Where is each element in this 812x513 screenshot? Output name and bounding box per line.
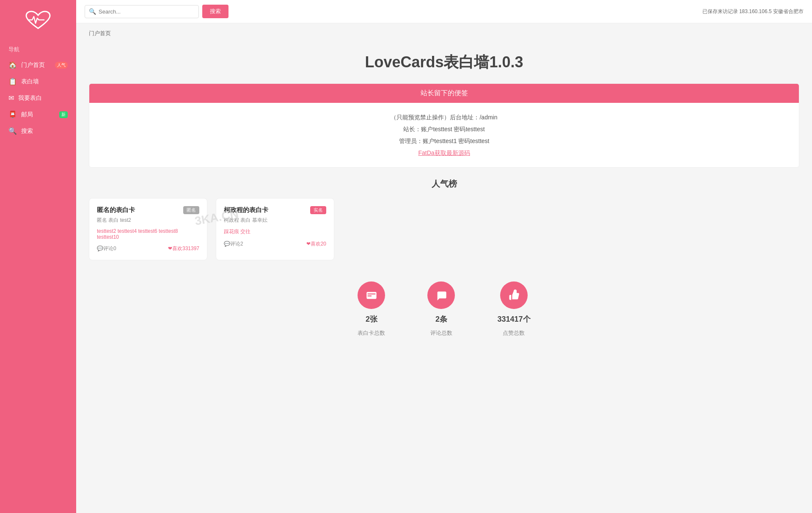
- wall-icon: 📋: [8, 77, 17, 86]
- sidebar-item-wall-label: 表白墙: [21, 78, 39, 86]
- card-1-tag: 匿名: [183, 206, 199, 214]
- topbar: 🔍 搜索 已保存来访记录 183.160.106.5 安徽省合肥市: [76, 0, 812, 23]
- card-1-subtitle: 匿名 表白 test2: [97, 217, 199, 224]
- stats-row: 2张 表白卡总数 2条 评论总数 331417个: [76, 273, 812, 354]
- sidebar: 导航 🏠 门户首页 人气 📋 表白墙 ✉ 我要表白 📮 邮局 新 🔍 搜索: [0, 0, 76, 513]
- notice-line1: （只能预览禁止操作）后台地址：/admin: [98, 111, 790, 123]
- stat-cards-icon: [358, 281, 385, 309]
- notice-line2: 站长：账户testtest 密码testtest: [98, 123, 790, 135]
- page-title: LoveCards表白墙1.0.3: [76, 52, 812, 73]
- card-1-comments: 💬评论0: [97, 245, 116, 252]
- popular-section-title: 人气榜: [76, 178, 812, 190]
- stat-likes: 331417个 点赞总数: [497, 281, 530, 337]
- sidebar-item-home-label: 门户首页: [21, 61, 45, 69]
- card-2[interactable]: 柯政程的表白卡 实名 柯政程 表白 慕幸妘 踩花痕 交往 💬评论2 ❤喜欢20: [216, 198, 334, 260]
- sidebar-logo: [23, 8, 53, 34]
- notice-banner: 站长留下的便签 （只能预览禁止操作）后台地址：/admin 站长：账户testt…: [89, 83, 799, 168]
- card-2-comments: 💬评论2: [224, 240, 243, 248]
- sidebar-item-home-badge: 人气: [55, 62, 68, 69]
- sidebar-item-search[interactable]: 🔍 搜索: [0, 123, 76, 139]
- home-icon: 🏠: [8, 61, 17, 69]
- sidebar-item-search-label: 搜索: [21, 127, 33, 135]
- search-icon: 🔍: [89, 8, 96, 15]
- card-1-title: 匿名的表白卡: [97, 206, 135, 214]
- sidebar-item-confess[interactable]: ✉ 我要表白: [0, 90, 76, 106]
- sidebar-item-confess-label: 我要表白: [18, 94, 42, 102]
- card-1-tags: testtest2 testtest4 testtest6 testtest8 …: [97, 228, 199, 240]
- stat-comments-label: 评论总数: [430, 329, 452, 337]
- sidebar-item-wall[interactable]: 📋 表白墙: [0, 73, 76, 90]
- search-input[interactable]: [85, 5, 199, 18]
- visit-info: 已保存来访记录 183.160.106.5 安徽省合肥市: [702, 8, 804, 15]
- sidebar-search-icon: 🔍: [8, 127, 17, 135]
- stat-cards-label: 表白卡总数: [358, 329, 385, 337]
- search-button[interactable]: 搜索: [202, 5, 228, 18]
- sidebar-item-home[interactable]: 🏠 门户首页 人气: [0, 57, 76, 73]
- card-2-title: 柯政程的表白卡: [224, 206, 268, 214]
- notice-body: （只能预览禁止操作）后台地址：/admin 站长：账户testtest 密码te…: [89, 103, 799, 167]
- stat-cards: 2张 表白卡总数: [358, 281, 385, 337]
- svg-rect-1: [368, 293, 376, 294]
- card-2-tags: 踩花痕 交往: [224, 228, 326, 235]
- stat-likes-icon: [500, 281, 528, 309]
- card-2-header: 柯政程的表白卡 实名: [224, 206, 326, 214]
- sidebar-item-mail[interactable]: 📮 邮局 新: [0, 106, 76, 123]
- mail-icon: 📮: [8, 110, 17, 119]
- confess-icon: ✉: [8, 94, 14, 102]
- notice-header: 站长留下的便签: [89, 84, 799, 103]
- svg-rect-2: [368, 295, 372, 296]
- nav-label: 导航: [0, 42, 76, 57]
- notice-line3: 管理员：账户testtest1 密码testtest: [98, 135, 790, 147]
- card-2-likes: ❤喜欢20: [306, 240, 326, 248]
- card-1[interactable]: 匿名的表白卡 匿名 匿名 表白 test2 testtest2 testtest…: [89, 198, 207, 260]
- card-2-tag: 实名: [310, 206, 326, 214]
- stat-cards-number: 2张: [366, 314, 377, 324]
- cards-row: 匿名的表白卡 匿名 匿名 表白 test2 testtest2 testtest…: [89, 198, 799, 260]
- breadcrumb: 门户首页: [76, 23, 812, 44]
- stat-comments-number: 2条: [435, 314, 447, 324]
- card-2-subtitle: 柯政程 表白 慕幸妘: [224, 217, 326, 224]
- content-area: 门户首页 LoveCards表白墙1.0.3 站长留下的便签 （只能预览禁止操作…: [76, 23, 812, 513]
- main-content: 🔍 搜索 已保存来访记录 183.160.106.5 安徽省合肥市 门户首页 L…: [76, 0, 812, 513]
- sidebar-item-mail-badge: 新: [59, 111, 68, 118]
- card-1-likes: ❤喜欢331397: [168, 245, 199, 252]
- card-2-footer: 💬评论2 ❤喜欢20: [224, 240, 326, 248]
- stat-comments: 2条 评论总数: [427, 281, 455, 337]
- card-1-header: 匿名的表白卡 匿名: [97, 206, 199, 214]
- search-input-wrapper: 🔍: [85, 5, 199, 18]
- search-area: 🔍 搜索: [85, 5, 228, 18]
- stat-likes-number: 331417个: [497, 314, 530, 324]
- stat-comments-icon: [427, 281, 455, 309]
- stat-likes-label: 点赞总数: [503, 329, 525, 337]
- card-1-footer: 💬评论0 ❤喜欢331397: [97, 245, 199, 252]
- notice-link[interactable]: FatDa获取最新源码: [418, 149, 470, 156]
- cards-wrapper: 匿名的表白卡 匿名 匿名 表白 test2 testtest2 testtest…: [76, 198, 812, 260]
- sidebar-item-mail-label: 邮局: [21, 111, 33, 119]
